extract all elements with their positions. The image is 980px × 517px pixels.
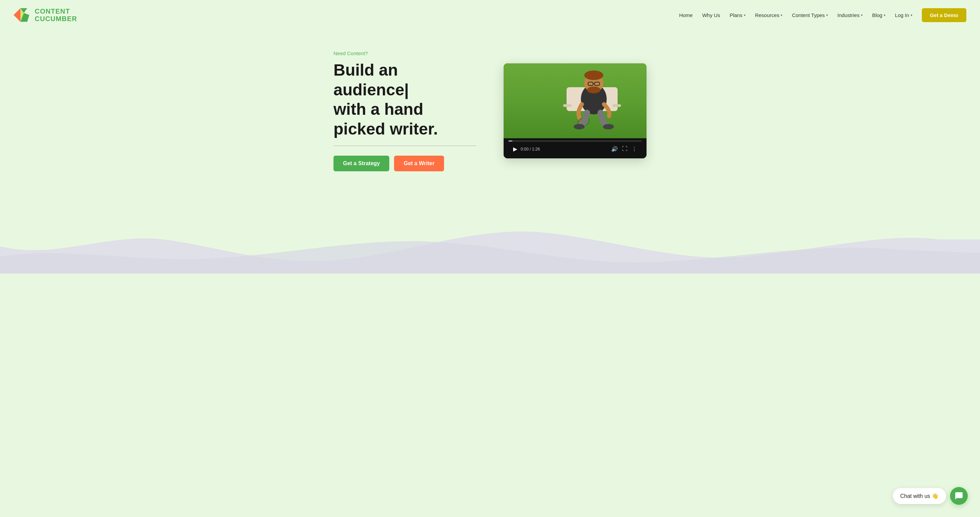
logo-icon — [14, 6, 31, 24]
video-progress-fill — [508, 140, 512, 142]
nav-item-home[interactable]: Home — [679, 12, 693, 18]
nav-links: Home Why Us Plans ▾ Resources ▾ Content … — [679, 8, 966, 22]
video-time: 0:00 / 1:26 — [520, 147, 608, 152]
nav-item-demo[interactable]: Get a Demo — [922, 8, 966, 22]
get-writer-button[interactable]: Get a Writer — [394, 156, 444, 171]
nav-link-industries[interactable]: Industries ▾ — [837, 12, 862, 18]
more-options-icon[interactable]: ⋮ — [632, 146, 637, 152]
hero-heading: Build an audience| with a hand picked wr… — [334, 60, 476, 139]
logo-line1: CONTENT — [35, 8, 77, 15]
wave-bg — [0, 205, 980, 273]
chevron-down-icon: ▾ — [781, 13, 782, 17]
nav-link-whyus[interactable]: Why Us — [702, 12, 721, 18]
nav-item-resources[interactable]: Resources ▾ — [755, 12, 783, 18]
hero-divider — [334, 145, 476, 146]
hero-heading-line2: with a hand picked writer. — [334, 100, 438, 138]
svg-point-20 — [603, 124, 614, 129]
svg-point-15 — [584, 70, 603, 80]
svg-rect-8 — [563, 104, 572, 107]
video-progress-bar[interactable] — [508, 140, 642, 142]
nav-link-login[interactable]: Log In ▾ — [895, 12, 912, 18]
wave-section — [0, 199, 980, 273]
volume-icon[interactable]: 🔊 — [611, 146, 618, 152]
chat-widget: Chat with us 👋 — [893, 487, 968, 505]
logo-text: CONTENT CUCUMBER — [35, 8, 77, 22]
svg-rect-9 — [612, 104, 621, 107]
logo[interactable]: CONTENT CUCUMBER — [14, 6, 77, 24]
video-person — [548, 67, 636, 135]
get-demo-button[interactable]: Get a Demo — [922, 8, 966, 22]
chevron-down-icon: ▾ — [861, 13, 862, 17]
nav-link-plans[interactable]: Plans ▾ — [730, 12, 746, 18]
nav-item-industries[interactable]: Industries ▾ — [837, 12, 862, 18]
nav-item-plans[interactable]: Plans ▾ — [730, 12, 746, 18]
chevron-down-icon: ▾ — [911, 13, 912, 17]
navbar: CONTENT CUCUMBER Home Why Us Plans ▾ Res… — [0, 0, 980, 30]
hero-heading-line1: Build an audience| — [334, 61, 409, 99]
chevron-down-icon: ▾ — [884, 13, 885, 17]
video-player: ▶ 0:00 / 1:26 🔊 ⛶ ⋮ — [504, 63, 646, 158]
chat-icon — [955, 491, 963, 500]
hero-label: Need Content? — [334, 50, 476, 56]
svg-point-16 — [587, 86, 601, 93]
chevron-down-icon: ▾ — [744, 13, 746, 17]
nav-link-resources[interactable]: Resources ▾ — [755, 12, 783, 18]
logo-line2: CUCUMBER — [35, 15, 77, 22]
svg-marker-0 — [14, 8, 21, 22]
fullscreen-icon[interactable]: ⛶ — [622, 146, 627, 152]
svg-point-19 — [574, 124, 585, 129]
nav-link-home[interactable]: Home — [679, 12, 693, 18]
get-strategy-button[interactable]: Get a Strategy — [334, 156, 389, 171]
play-button[interactable]: ▶ — [513, 146, 517, 152]
hero-text-block: Need Content? Build an audience| with a … — [334, 50, 476, 171]
chevron-down-icon: ▾ — [826, 13, 828, 17]
chat-open-button[interactable] — [950, 487, 968, 505]
video-icon-group: 🔊 ⛶ ⋮ — [611, 146, 637, 152]
hero-buttons: Get a Strategy Get a Writer — [334, 156, 476, 171]
video-thumbnail[interactable] — [504, 63, 646, 138]
video-controls-row: ▶ 0:00 / 1:26 🔊 ⛶ ⋮ — [508, 143, 642, 155]
chat-bubble: Chat with us 👋 — [893, 488, 946, 504]
video-controls: ▶ 0:00 / 1:26 🔊 ⛶ ⋮ — [504, 138, 646, 158]
nav-link-blog[interactable]: Blog ▾ — [872, 12, 885, 18]
nav-item-content-types[interactable]: Content Types ▾ — [792, 12, 827, 18]
hero-section: Need Content? Build an audience| with a … — [0, 30, 980, 185]
nav-item-login[interactable]: Log In ▾ — [895, 12, 912, 18]
nav-item-blog[interactable]: Blog ▾ — [872, 12, 885, 18]
nav-item-whyus[interactable]: Why Us — [702, 12, 721, 18]
nav-link-content-types[interactable]: Content Types ▾ — [792, 12, 827, 18]
